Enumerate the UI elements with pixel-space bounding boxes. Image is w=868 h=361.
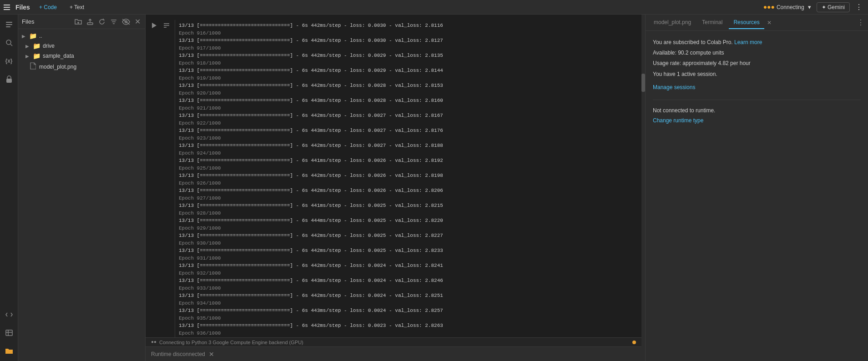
app-title: Files bbox=[15, 4, 30, 11]
sample-data-folder-icon: 📁 bbox=[33, 52, 40, 60]
connecting-dropdown-button[interactable]: ▾ bbox=[806, 3, 813, 11]
code-button[interactable]: + Code bbox=[35, 3, 61, 12]
output-line: Epoch 931/1000 bbox=[179, 255, 634, 262]
right-panel-content: You are subscribed to Colab Pro. Learn m… bbox=[646, 31, 868, 361]
drive-folder-icon: 📁 bbox=[33, 42, 40, 50]
status-bar: Runtime disconnected ✕ bbox=[146, 346, 641, 361]
scroll-indicator[interactable] bbox=[641, 15, 645, 361]
output-line: 13/13 [==============================] -… bbox=[179, 142, 634, 150]
sidebar-item-sample-data[interactable]: ▶ 📁 sample_data bbox=[18, 51, 145, 61]
sidebar-title-label: Files bbox=[22, 18, 34, 25]
secrets-icon-btn[interactable] bbox=[3, 73, 15, 85]
upload-icon-btn[interactable] bbox=[86, 17, 95, 26]
runtime-disconnected-text: Runtime disconnected bbox=[151, 351, 205, 357]
output-line: 13/13 [==============================] -… bbox=[179, 67, 634, 75]
status-close-btn[interactable]: ✕ bbox=[209, 351, 214, 358]
code-view-icon-btn[interactable] bbox=[3, 308, 15, 321]
svg-rect-1 bbox=[6, 24, 12, 25]
output-line: 13/13 [==============================] -… bbox=[179, 157, 634, 165]
folder-icon: 📁 bbox=[29, 32, 36, 40]
table-icon-btn[interactable] bbox=[3, 326, 15, 339]
new-folder-icon-btn[interactable] bbox=[74, 18, 83, 26]
output-line: 13/13 [==============================] -… bbox=[179, 52, 634, 60]
tab-resources[interactable]: Resources bbox=[729, 16, 764, 29]
output-line: 13/13 [==============================] -… bbox=[179, 217, 634, 225]
main-area: {x} Files bbox=[0, 15, 868, 361]
scroll-thumb bbox=[641, 74, 645, 92]
output-line: 13/13 [==============================] -… bbox=[179, 22, 634, 30]
eye-off-icon-btn[interactable] bbox=[121, 18, 131, 26]
output-line: 13/13 [==============================] -… bbox=[179, 97, 634, 105]
sidebar-item-parent[interactable]: ▶ 📁 .. bbox=[18, 31, 145, 41]
connecting-bar-dots-icon: ●● bbox=[151, 340, 156, 345]
output-line: Epoch 922/1000 bbox=[179, 120, 634, 127]
expand-arrow-sample-icon: ▶ bbox=[25, 54, 29, 59]
output-line: Epoch 917/1000 bbox=[179, 45, 634, 52]
output-line: 13/13 [==============================] -… bbox=[179, 37, 634, 45]
output-line: 13/13 [==============================] -… bbox=[179, 277, 634, 285]
svg-marker-17 bbox=[152, 23, 156, 28]
sidebar-header-icons: ✕ bbox=[74, 16, 141, 27]
section-divider bbox=[653, 100, 861, 100]
sidebar-item-drive[interactable]: ▶ 📁 drive bbox=[18, 41, 145, 51]
right-panel-more-btn[interactable]: ⋮ bbox=[857, 18, 864, 27]
learn-more-link[interactable]: Learn more bbox=[734, 39, 762, 45]
cell-run-btn[interactable] bbox=[149, 21, 158, 30]
more-options-button[interactable]: ⋮ bbox=[853, 3, 864, 11]
cell-area[interactable]: 13/13 [==============================] -… bbox=[146, 15, 641, 337]
sidebar-close-btn[interactable]: ✕ bbox=[134, 16, 141, 27]
refresh-icon-btn[interactable] bbox=[97, 17, 106, 26]
folder-orange-icon-btn[interactable] bbox=[3, 345, 15, 357]
filter-icon-btn[interactable] bbox=[109, 17, 118, 26]
connecting-text: Connecting bbox=[777, 4, 804, 10]
output-line: 13/13 [==============================] -… bbox=[179, 247, 634, 255]
output-line: 13/13 [==============================] -… bbox=[179, 307, 634, 315]
output-line: Epoch 918/1000 bbox=[179, 60, 634, 67]
text-button[interactable]: + Text bbox=[66, 3, 88, 12]
output-line: 13/13 [==============================] -… bbox=[179, 172, 634, 180]
output-line: Epoch 935/1000 bbox=[179, 315, 634, 322]
content-area: 13/13 [==============================] -… bbox=[146, 15, 868, 361]
not-connected-text: Not connected to runtime. bbox=[653, 107, 861, 114]
svg-rect-0 bbox=[6, 22, 12, 23]
output-line: Epoch 932/1000 bbox=[179, 270, 634, 277]
connecting-area: ●●● Connecting ▾ bbox=[763, 3, 813, 11]
svg-point-3 bbox=[6, 40, 11, 45]
variables-icon-btn[interactable]: {x} bbox=[3, 55, 15, 67]
cell-sidebar-btn[interactable] bbox=[162, 21, 171, 30]
available-compute-info: Available: 90.2 compute units bbox=[653, 49, 861, 57]
output-line: Epoch 919/1000 bbox=[179, 75, 634, 82]
gemini-button[interactable]: ✦ Gemini bbox=[817, 2, 850, 12]
output-line: Epoch 934/1000 bbox=[179, 300, 634, 307]
expand-arrow-drive-icon: ▶ bbox=[25, 44, 29, 49]
search-icon-btn[interactable] bbox=[3, 36, 15, 49]
output-line: Epoch 923/1000 bbox=[179, 135, 634, 142]
sidebar-item-label: .. bbox=[39, 33, 42, 39]
manage-sessions-btn[interactable]: Manage sessions bbox=[653, 82, 695, 92]
sidebar-header: Files ✕ bbox=[18, 15, 145, 29]
tab-model-plot[interactable]: model_plot.png bbox=[649, 16, 696, 29]
output-line: 13/13 [==============================] -… bbox=[179, 112, 634, 120]
output-line: Epoch 936/1000 bbox=[179, 330, 634, 337]
sidebar-item-sample-label: sample_data bbox=[43, 53, 74, 59]
tab-resources-close-btn[interactable]: ✕ bbox=[766, 20, 772, 26]
tab-terminal[interactable]: Terminal bbox=[697, 16, 727, 29]
files-icon-btn[interactable] bbox=[3, 18, 15, 31]
right-panel: model_plot.png Terminal Resources ✕ ⋮ Yo… bbox=[645, 15, 868, 361]
file-sidebar: Files ✕ bbox=[18, 15, 146, 361]
notebook-area: 13/13 [==============================] -… bbox=[146, 15, 641, 361]
sidebar-item-model-plot[interactable]: model_plot.png bbox=[18, 61, 145, 72]
svg-rect-11 bbox=[87, 23, 93, 25]
sidebar-item-model-plot-label: model_plot.png bbox=[39, 64, 76, 70]
icon-sidebar-bottom bbox=[3, 308, 15, 357]
output-line: 13/13 [==============================] -… bbox=[179, 187, 634, 195]
bottom-connecting-bar: ●● Connecting to Python 3 Google Compute… bbox=[146, 337, 641, 346]
output-line: Epoch 927/1000 bbox=[179, 195, 634, 202]
usage-rate-info: Usage rate: approximately 4.82 per hour bbox=[653, 59, 861, 68]
output-line: Epoch 925/1000 bbox=[179, 165, 634, 172]
change-runtime-btn[interactable]: Change runtime type bbox=[653, 117, 703, 124]
hamburger-icon[interactable] bbox=[4, 5, 10, 10]
svg-line-4 bbox=[10, 44, 12, 46]
output-line: Epoch 933/1000 bbox=[179, 285, 634, 292]
cell-output: 13/13 [==============================] -… bbox=[175, 20, 638, 337]
